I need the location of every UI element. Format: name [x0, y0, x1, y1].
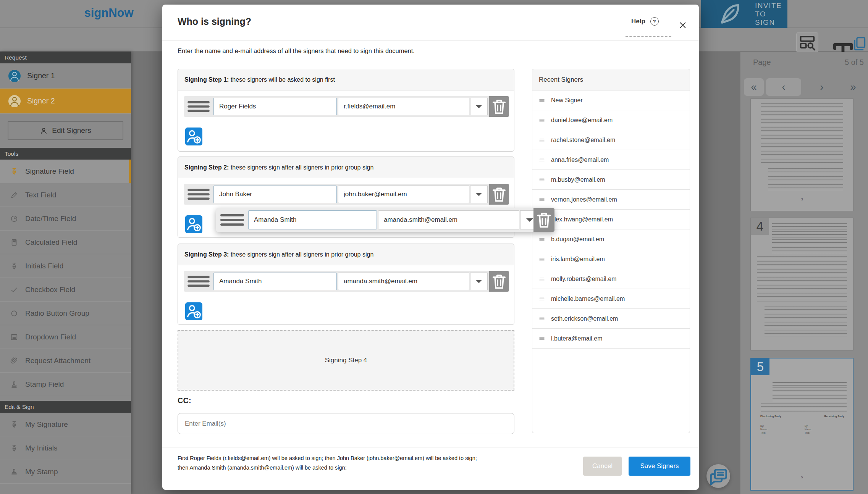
sidebar-section-tools: Tools — [0, 148, 131, 160]
copy-pages-icon[interactable] — [851, 35, 868, 52]
drag-handle-icon[interactable] — [184, 92, 213, 121]
drag-handle-icon — [538, 236, 545, 243]
signer-name-input[interactable] — [213, 98, 337, 115]
sidebar-item-label: Checkbox Field — [25, 286, 75, 294]
signer-name-input[interactable] — [248, 210, 377, 229]
sidebar-item-my-initials[interactable]: My Initials — [0, 436, 131, 460]
sidebar-item-signer-2[interactable]: Signer 2 — [0, 89, 131, 114]
recent-signer-row[interactable]: vernon.jones@email.em — [532, 190, 690, 210]
calculator-icon — [10, 238, 18, 247]
stamp-icon — [10, 468, 18, 476]
recent-signer-label: iris.lamb@email.em — [551, 256, 605, 263]
sidebar-item-label: Stamp Field — [25, 380, 64, 389]
thumb-page-number: 3 — [751, 197, 853, 201]
pen-nib-icon — [10, 420, 18, 429]
signing-order-summary-line-1: First Roger Fields (r.fields@email.em) w… — [178, 455, 477, 461]
sidebar-item-checkbox-field[interactable]: Checkbox Field — [0, 278, 131, 302]
sidebar-item-calculated-field[interactable]: Calculated Field — [0, 231, 131, 254]
form-search-icon[interactable] — [796, 32, 818, 53]
dragged-signer-row[interactable] — [216, 208, 554, 232]
recent-signer-row[interactable]: l.butera@email.em — [532, 329, 690, 349]
sidebar-item-datetime-field[interactable]: Date/Time Field — [0, 207, 131, 231]
drag-handle-icon[interactable] — [184, 266, 213, 296]
recent-signer-row[interactable]: New Signer — [532, 90, 690, 110]
delete-signer-button[interactable] — [533, 208, 554, 232]
recent-signer-label: seth.erickson@email.em — [551, 315, 618, 322]
signer-name-input[interactable] — [213, 273, 337, 290]
sidebar-item-label: Text Field — [25, 191, 56, 199]
invite-to-sign-button[interactable]: INVITE TO SIGN — [701, 0, 787, 28]
signer-email-input[interactable] — [338, 186, 469, 203]
save-signers-button[interactable]: Save Signers — [629, 457, 690, 476]
recent-signer-label: b.dugan@email.em — [551, 236, 604, 243]
help-link[interactable]: Help ? — [631, 17, 659, 26]
signer-email-input[interactable] — [338, 98, 469, 115]
recent-signer-row[interactable]: alex.hwang@email.em — [532, 210, 690, 229]
last-page-button[interactable]: » — [843, 78, 863, 96]
signer-email-input[interactable] — [378, 210, 519, 229]
trash-icon — [489, 96, 509, 117]
recent-signer-row[interactable]: iris.lamb@email.em — [532, 249, 690, 269]
sidebar-item-initials-field[interactable]: Initials Field — [0, 254, 131, 278]
add-signer-button[interactable] — [185, 302, 202, 320]
page-thumbnail-5[interactable]: 5 Disclosing Party Receiving Party By: N… — [750, 358, 853, 491]
feather-icon — [710, 0, 750, 28]
email-dropdown-button[interactable] — [470, 273, 488, 290]
email-dropdown-button[interactable] — [470, 98, 488, 115]
signing-step-2-header: Signing Step 2: these signers sign after… — [178, 157, 514, 178]
delete-signer-button[interactable] — [489, 271, 509, 292]
page-thumbnail-4[interactable]: 4 — [750, 218, 853, 350]
sidebar-item-dropdown-field[interactable]: Dropdown Field — [0, 325, 131, 349]
chat-icon — [706, 464, 730, 488]
sidebar-item-my-stamp[interactable]: My Stamp — [0, 460, 131, 484]
signer-row — [184, 96, 509, 117]
drag-handle-icon[interactable] — [184, 179, 213, 209]
sidebar-item-text-field[interactable]: Text Field — [0, 183, 131, 207]
drag-handle-icon[interactable] — [216, 204, 248, 236]
recent-signer-row[interactable]: michelle.barnes@email.em — [532, 289, 690, 309]
signer-email-input[interactable] — [338, 273, 469, 290]
signer-row — [184, 271, 509, 292]
signing-step-4-dropzone[interactable]: Signing Step 4 — [178, 330, 514, 391]
cancel-button[interactable]: Cancel — [583, 457, 622, 476]
add-signer-button[interactable] — [185, 128, 202, 145]
delete-signer-button[interactable] — [489, 184, 509, 205]
sidebar-item-radio-button-group[interactable]: Radio Button Group — [0, 302, 131, 325]
thumb-left-heading: Disclosing Party — [760, 415, 781, 418]
drag-handle-icon — [538, 335, 545, 342]
recent-signer-row[interactable]: daniel.lowe@email.em — [532, 110, 690, 130]
help-dashed-underline — [626, 36, 671, 37]
recent-signer-row[interactable]: rachel.stone@email.em — [532, 130, 690, 150]
sidebar-item-signer-1[interactable]: Signer 1 — [0, 63, 131, 89]
cc-email-input[interactable] — [178, 413, 514, 434]
recent-signer-label: New Signer — [551, 97, 583, 104]
page-thumbnail-3[interactable]: 3 — [750, 98, 853, 211]
previous-page-button[interactable]: ‹ — [766, 78, 801, 96]
signer-name-input[interactable] — [213, 186, 337, 203]
signing-order-summary-line-2: then Amanda Smith (amanda.smith@email.em… — [178, 465, 347, 471]
sidebar-item-stamp-field[interactable]: Stamp Field — [0, 373, 131, 396]
recent-signer-label: alex.hwang@email.em — [551, 216, 613, 223]
delete-signer-button[interactable] — [489, 96, 509, 117]
close-icon[interactable] — [678, 20, 688, 30]
comments-fab-button[interactable] — [706, 464, 730, 488]
signnow-logo: signNow — [69, 6, 149, 20]
chevron-down-icon — [470, 273, 487, 290]
thumb-page-number: 5 — [751, 475, 853, 479]
recent-signer-row[interactable]: seth.erickson@email.em — [532, 309, 690, 329]
sidebar-item-request-attachment[interactable]: Request Attachment — [0, 349, 131, 373]
recent-signer-row[interactable]: molly.roberts@email.em — [532, 269, 690, 289]
recent-signer-row[interactable]: anna.fries@email.em — [532, 150, 690, 170]
drag-handle-icon — [538, 176, 545, 183]
sidebar-item-my-signature[interactable]: My Signature — [0, 413, 131, 436]
sidebar-item-signature-field[interactable]: Signature Field — [0, 160, 131, 183]
recent-signer-row[interactable]: b.dugan@email.em — [532, 229, 690, 249]
email-dropdown-button[interactable] — [470, 186, 488, 203]
recent-signer-row[interactable]: m.busby@email.em — [532, 170, 690, 190]
check-icon — [10, 286, 18, 294]
invite-to-sign-label: INVITE TO SIGN — [755, 2, 787, 27]
next-page-button[interactable]: › — [813, 78, 831, 96]
edit-signers-button[interactable]: Edit Signers — [8, 121, 123, 140]
first-page-button[interactable]: « — [744, 78, 764, 96]
add-signer-button[interactable] — [185, 215, 202, 233]
